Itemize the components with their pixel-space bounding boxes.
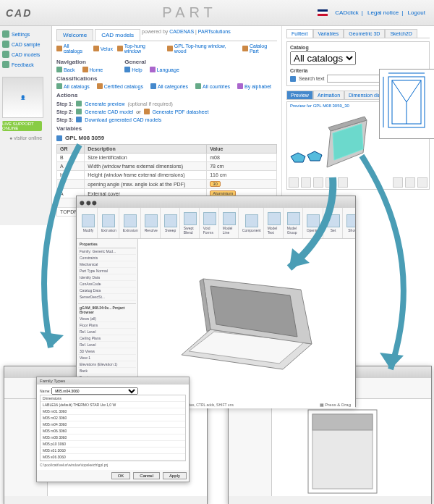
window-elevation	[272, 399, 417, 504]
gen-pdf[interactable]: Generate PDF datasheet	[153, 109, 209, 114]
sidebar-item-models[interactable]: CAD models	[2, 49, 49, 59]
dialog-list-item[interactable]: M05 m04 3060	[41, 421, 185, 428]
powered-by: powered by CADENAS | PARTsolutions	[142, 29, 231, 41]
catalog-select[interactable]: All catalogs	[290, 51, 356, 65]
link-cadclick[interactable]: CADclick	[335, 9, 358, 16]
dialog-list-item[interactable]: M05 m06 3060	[41, 428, 185, 434]
ribbon-button[interactable]: Show	[344, 208, 355, 238]
ribbon-button[interactable]: Component	[240, 208, 264, 238]
rtab-fulltext[interactable]: Fulltext	[286, 29, 313, 38]
tb-pan-icon[interactable]	[301, 177, 311, 188]
gen-cad[interactable]: Generate CAD model	[85, 109, 133, 114]
browser-row[interactable]: Ref. Level	[78, 342, 136, 348]
dialog-list-item[interactable]: Dimensions	[41, 395, 185, 402]
ribbon-button[interactable]: Opening	[305, 208, 323, 238]
tb-zoom-icon[interactable]	[313, 177, 323, 188]
link-logout[interactable]: Logout	[408, 9, 425, 16]
prop-row[interactable]: Constraints	[78, 255, 136, 261]
flag-icon[interactable]	[318, 9, 328, 16]
apply-button[interactable]: Apply	[163, 472, 187, 479]
bc-tophung[interactable]: Top-hung window	[117, 43, 163, 54]
prop-row[interactable]: Family: Generic Mod...	[78, 248, 136, 255]
browser-row[interactable]: View 1	[78, 355, 136, 361]
help-button[interactable]: Help	[124, 67, 142, 72]
ribbon-icon	[102, 214, 115, 227]
prop-row[interactable]: Identity Data	[78, 274, 136, 281]
bc-gpl[interactable]: GPL Top-hung window, wood	[167, 43, 238, 54]
ok-button[interactable]: OK	[111, 472, 131, 479]
tb-fit-icon[interactable]	[326, 177, 336, 188]
ribbon-button[interactable]: Extrusion	[99, 208, 119, 238]
name-select[interactable]: M05.m04.3060	[51, 387, 138, 395]
dialog-list-item[interactable]: M05 m08 3060	[41, 434, 185, 441]
back-button[interactable]: Back	[56, 67, 75, 72]
link-legal[interactable]: Legal notice	[367, 9, 399, 16]
browser-row[interactable]: Floor Plans	[78, 322, 136, 329]
gen-preview[interactable]: Generate preview	[85, 101, 124, 106]
sidebar-item-settings[interactable]: Settings	[2, 29, 49, 39]
online-badge[interactable]: LIVE SUPPORT ONLINE	[2, 121, 42, 131]
prop-row[interactable]: Catalog Data	[78, 287, 136, 294]
prop-row[interactable]: Part Type Normal	[78, 268, 136, 274]
ribbon-button[interactable]: Model Group	[285, 208, 303, 238]
classif-alpha[interactable]: By alphabet	[237, 83, 271, 89]
tb-magnify-icon[interactable]	[405, 177, 415, 188]
dialog-list-item[interactable]: M05 p10 3060	[41, 441, 185, 448]
ribbon-button[interactable]: Model Text	[265, 208, 284, 238]
browser-row[interactable]: Back	[78, 368, 136, 374]
browser-row[interactable]: Ceiling Plans	[78, 335, 136, 342]
cancel-button[interactable]: Cancel	[133, 472, 160, 479]
ribbon-button[interactable]: Modify	[80, 208, 98, 238]
bc-all[interactable]: All catalogs	[56, 43, 89, 54]
side-br	[229, 399, 272, 496]
tab-models[interactable]: CAD models	[95, 29, 140, 41]
folder-icon	[56, 46, 62, 51]
download[interactable]: Download generated CAD models	[85, 117, 161, 122]
ribbon-button[interactable]: Revolve	[142, 208, 161, 238]
dialog-list-item[interactable]: M05 s08 3060	[41, 461, 185, 461]
dialog-list-item[interactable]: M05 s06 3060	[41, 454, 185, 461]
dialog-list-item[interactable]: LABLE16 (default) THERMO STAR Uw 1,0 W	[41, 402, 185, 408]
dialog-list-item[interactable]: M05 m02 3060	[41, 415, 185, 421]
sidebar-item-feedback[interactable]: Feedback	[2, 59, 49, 70]
logo: CAD	[6, 7, 32, 19]
ribbon-button[interactable]: Void Forms	[201, 208, 219, 238]
prop-row[interactable]: ServerDescSt...	[78, 294, 136, 301]
browser-row[interactable]: Ref. Level	[78, 329, 136, 335]
ptab-anim[interactable]: Animation	[313, 91, 344, 100]
ribbon-button[interactable]: Set	[325, 208, 343, 238]
dialog-list[interactable]: DimensionsLABLE16 (default) THERMO STAR …	[40, 395, 186, 461]
bc-velux[interactable]: Velux	[93, 43, 113, 54]
ribbon-button[interactable]: Extrusion	[121, 208, 141, 238]
classif-cert[interactable]: Certified catalogs	[97, 83, 143, 89]
ribbon-button[interactable]: Model Line	[221, 208, 239, 238]
prop-row[interactable]: Mechanical	[78, 261, 136, 268]
rtab-geo[interactable]: Geometric 3D	[344, 29, 385, 38]
browser-row[interactable]: Views (all)	[78, 316, 136, 322]
rtab-sketch[interactable]: Sketch2D	[385, 29, 417, 38]
ptab-preview[interactable]: Preview	[286, 91, 313, 100]
tab-welcome[interactable]: Welcome	[56, 29, 93, 41]
ribbon-button[interactable]: Sweep	[162, 208, 180, 238]
classif-countries[interactable]: All countries	[195, 83, 230, 89]
tb-rotate-icon[interactable]	[289, 177, 299, 188]
tb-print-icon[interactable]	[417, 177, 427, 188]
dialog-list-item[interactable]: M05 s01 3060	[41, 448, 185, 454]
rtab-vars[interactable]: Variables	[313, 29, 344, 38]
canvas-br[interactable]	[272, 399, 431, 496]
tb-more-icon[interactable]	[338, 177, 348, 188]
tb-home-icon[interactable]	[393, 177, 403, 188]
home-button[interactable]: Home	[82, 67, 103, 72]
dialog-list-item[interactable]: M05 m01 3060	[41, 408, 185, 415]
classif-cat[interactable]: All categories	[150, 83, 188, 89]
sidebar-item-sample[interactable]: CAD sample	[2, 39, 49, 49]
ribbon-button[interactable]: Swept Blend	[182, 208, 200, 238]
browser-row[interactable]: Elevations (Elevation 1)	[78, 361, 136, 368]
cert-icon	[97, 83, 103, 89]
lang-button[interactable]: Language	[150, 67, 179, 72]
prop-row[interactable]: ConAssCode	[78, 281, 136, 287]
browser-row[interactable]: 3D Views	[78, 348, 136, 355]
bc-part[interactable]: Catalog Part	[242, 43, 277, 54]
value-badge[interactable]: 30	[210, 181, 221, 187]
classif-all[interactable]: All catalogs	[56, 83, 90, 89]
